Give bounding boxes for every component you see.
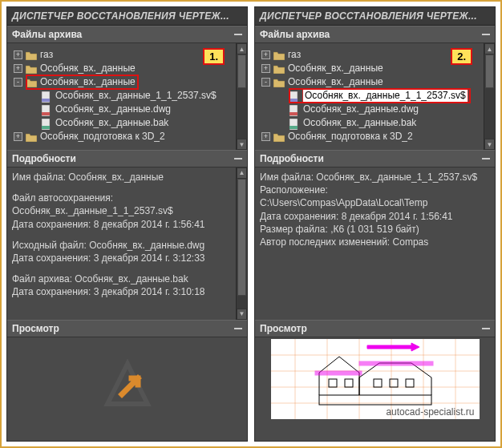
collapse-icon[interactable] xyxy=(482,158,490,159)
scroll-up-icon[interactable]: ▲ xyxy=(237,167,247,179)
tree-label[interactable]: Особняк_вх._данные xyxy=(288,62,383,75)
tree-folder[interactable]: -Особняк_вх._данные xyxy=(14,75,234,89)
scrollbar[interactable]: ▲ ▼ xyxy=(236,167,247,320)
detail-label: Дата сохранения: xyxy=(12,286,91,297)
detail-label: Дата сохранения: xyxy=(12,219,91,230)
section-label: Подробности xyxy=(12,153,76,164)
detail-value: Особняк_вх._данные_1_1_2537.sv$ xyxy=(12,205,173,216)
file-tree[interactable]: +газ+Особняк_вх._данные-Особняк_вх._данн… xyxy=(260,46,482,145)
collapse-icon[interactable] xyxy=(234,158,242,159)
scroll-down-icon[interactable]: ▼ xyxy=(484,139,495,150)
tree-folder[interactable]: +Особняк_подготовка к 3D_2 xyxy=(261,130,482,143)
folder-icon xyxy=(26,50,37,60)
detail-label: Автор последних изменений: xyxy=(260,236,390,248)
collapse-icon[interactable]: - xyxy=(14,78,22,87)
details-body: Имя файла: Особняк_вх._данные_1_1_2537.s… xyxy=(255,167,495,320)
tree-folder[interactable]: +Особняк_подготовка к 3D_2 xyxy=(14,130,234,143)
watermark-text: autocad-specialist.ru xyxy=(386,406,474,418)
detail-label: Файл архива: xyxy=(12,273,72,285)
tree-label[interactable]: Особняк_вх._данные xyxy=(288,75,383,89)
scroll-up-icon[interactable]: ▲ xyxy=(484,43,495,54)
tree-file[interactable]: Особняк_вх._данные_1_1_2537.sv$ xyxy=(261,89,482,103)
detail-label: Расположение: xyxy=(260,184,328,196)
tree-label[interactable]: Особняк_вх._данные xyxy=(40,75,136,89)
tree-label[interactable]: Особняк_вх._данные.bak xyxy=(303,116,416,130)
tree-folder[interactable]: -Особняк_вх._данные xyxy=(261,75,482,89)
tree-folder[interactable]: +Особняк_вх._данные xyxy=(14,62,234,75)
expand-icon[interactable]: + xyxy=(261,50,270,59)
file-sv-icon xyxy=(289,91,300,101)
tree-file[interactable]: Особняк_вх._данные.dwg xyxy=(14,103,234,116)
detail-label: Имя файла: xyxy=(12,172,66,183)
detail-label: Дата сохранения: xyxy=(260,211,338,222)
right-pane: ДИСПЕТЧЕР ВОССТАНОВЛЕНИЯ ЧЕРТЕЖ... Файлы… xyxy=(254,6,496,442)
svg-rect-7 xyxy=(289,99,298,102)
tree-label[interactable]: Особняк_подготовка к 3D_2 xyxy=(288,130,413,143)
detail-value: Особняк_вх._данные xyxy=(68,172,164,183)
expand-icon[interactable]: + xyxy=(14,132,22,141)
tree-label[interactable]: Особняк_вх._данные.bak xyxy=(55,116,168,130)
tree-label[interactable]: газ xyxy=(288,48,301,62)
file-tree[interactable]: +газ+Особняк_вх._данные-Особняк_вх._данн… xyxy=(12,46,234,145)
scroll-down-icon[interactable]: ▼ xyxy=(237,309,247,320)
section-head-preview[interactable]: Просмотр xyxy=(7,320,247,337)
expand-icon[interactable]: + xyxy=(261,64,270,73)
svg-rect-11 xyxy=(289,126,298,129)
section-head-details[interactable]: Подробности xyxy=(255,150,495,167)
scroll-down-icon[interactable]: ▼ xyxy=(237,139,247,150)
scrollbar[interactable]: ▲ ▼ xyxy=(236,43,247,150)
detail-label: Дата сохранения: xyxy=(12,252,91,264)
section-label: Подробности xyxy=(260,153,324,164)
collapse-icon[interactable] xyxy=(234,328,242,329)
tree-label[interactable]: Особняк_вх._данные_1_1_2537.sv$ xyxy=(55,89,217,103)
section-label: Файлы архива xyxy=(260,29,330,40)
collapse-icon[interactable] xyxy=(482,34,490,35)
expand-icon[interactable]: + xyxy=(14,64,22,73)
folder-icon xyxy=(273,50,285,60)
tree-label[interactable]: Особняк_вх._данные.dwg xyxy=(303,103,419,116)
svg-rect-27 xyxy=(406,379,414,387)
section-head-details[interactable]: Подробности xyxy=(7,150,247,167)
section-label: Файлы архива xyxy=(12,29,82,40)
tree-file[interactable]: Особняк_вх._данные_1_1_2537.sv$ xyxy=(14,89,234,103)
detail-value: C:\Users\Compas\AppData\Local\Temp xyxy=(260,197,427,208)
tree-folder[interactable]: +газ xyxy=(14,48,234,62)
tree-label[interactable]: Особняк_вх._данные_1_1_2537.sv$ xyxy=(303,89,468,103)
svg-rect-26 xyxy=(390,379,398,387)
detail-value: 8 декабря 2014 г. 1:56:41 xyxy=(94,219,205,230)
tree-file[interactable]: Особняк_вх._данные.bak xyxy=(14,116,234,130)
folder-icon xyxy=(26,132,37,142)
tree-label[interactable]: газ xyxy=(40,48,53,62)
tree-folder[interactable]: +Особняк_вх._данные xyxy=(261,62,482,75)
detail-value: 3 декабря 2014 г. 3:10:18 xyxy=(94,286,205,297)
expand-icon[interactable]: + xyxy=(14,50,22,59)
svg-rect-25 xyxy=(374,379,382,387)
svg-rect-3 xyxy=(42,112,50,115)
tree-label[interactable]: Особняк_подготовка к 3D_2 xyxy=(40,130,165,143)
scroll-thumb[interactable] xyxy=(237,54,246,88)
expand-icon[interactable]: + xyxy=(261,132,270,141)
detail-value: Особняк_вх._данные.bak xyxy=(75,273,188,285)
scroll-up-icon[interactable]: ▲ xyxy=(237,43,247,54)
scroll-thumb[interactable] xyxy=(237,179,246,296)
tree-label[interactable]: Особняк_вх._данные.dwg xyxy=(55,103,171,116)
tree-file[interactable]: Особняк_вх._данные.bak xyxy=(261,116,482,130)
scrollbar[interactable]: ▲ ▼ xyxy=(484,43,495,150)
section-head-files[interactable]: Файлы архива xyxy=(7,26,247,43)
collapse-icon[interactable] xyxy=(234,34,242,35)
section-head-files[interactable]: Файлы архива xyxy=(255,26,495,43)
detail-value: 3 декабря 2014 г. 3:12:33 xyxy=(94,252,205,264)
section-label: Просмотр xyxy=(260,323,307,334)
file-bak-icon xyxy=(41,119,52,128)
file-bak-icon xyxy=(289,119,300,128)
tree-folder[interactable]: +газ xyxy=(261,48,482,62)
tree-label[interactable]: Особняк_вх._данные xyxy=(40,62,136,75)
collapse-icon[interactable]: - xyxy=(261,78,270,87)
tree-file[interactable]: Особняк_вх._данные.dwg xyxy=(261,103,482,116)
folder-icon xyxy=(273,78,285,87)
collapse-icon[interactable] xyxy=(482,328,490,329)
detail-value: Особняк_вх._данные.dwg xyxy=(89,240,204,251)
scroll-thumb[interactable] xyxy=(485,54,494,88)
detail-value: Особняк_вх._данные_1_1_2537.sv$ xyxy=(316,172,477,183)
section-head-preview[interactable]: Просмотр xyxy=(255,320,495,337)
